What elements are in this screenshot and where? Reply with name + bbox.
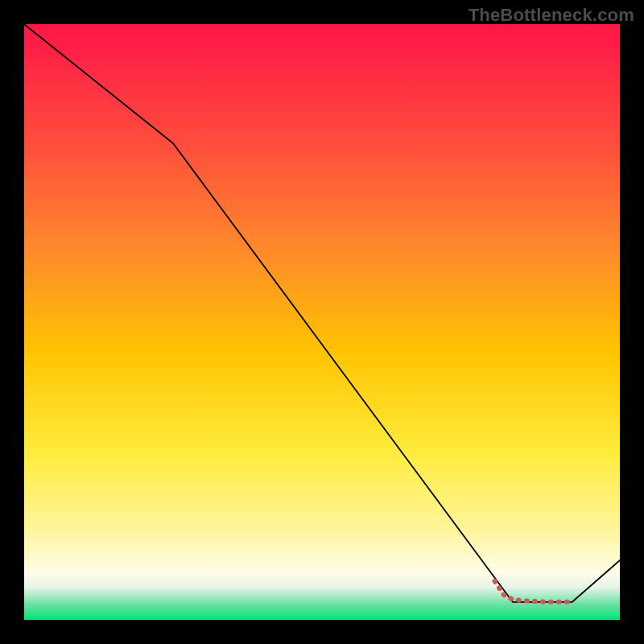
gradient-background [24,24,620,620]
watermark-text: TheBottleneck.com [469,5,634,26]
plot-area [24,24,620,620]
chart-frame: TheBottleneck.com [0,0,644,644]
chart-svg [24,24,620,620]
